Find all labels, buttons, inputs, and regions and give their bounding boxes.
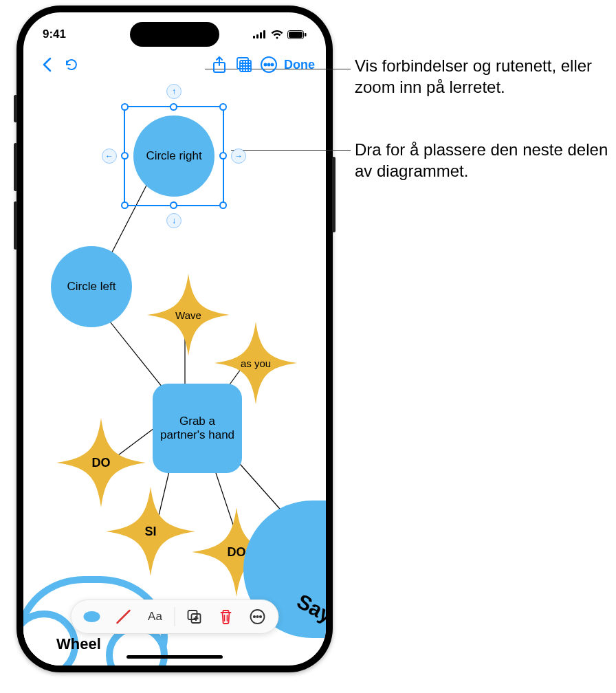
callout-drag: Dra for å plassere den neste delen av di… bbox=[355, 139, 616, 182]
resize-handle-n[interactable] bbox=[170, 103, 177, 111]
resize-handle-sw[interactable] bbox=[121, 201, 129, 209]
undo-button[interactable] bbox=[59, 52, 84, 77]
arrow-up-icon: ↑ bbox=[172, 87, 176, 96]
arrow-left-icon: ← bbox=[105, 152, 113, 160]
wifi-icon bbox=[271, 30, 283, 39]
text-tool[interactable]: Aa bbox=[140, 602, 170, 632]
svg-point-36 bbox=[256, 616, 258, 617]
resize-handle-w[interactable] bbox=[121, 152, 129, 160]
phone-frame: 9:41 bbox=[16, 6, 333, 672]
arrow-right-icon: → bbox=[234, 152, 243, 160]
node-star-asyou[interactable]: as you bbox=[214, 322, 297, 404]
svg-point-18 bbox=[268, 64, 270, 66]
node-label: Wave bbox=[175, 309, 201, 321]
node-circle-left[interactable]: Circle left bbox=[51, 246, 132, 327]
resize-handle-nw[interactable] bbox=[121, 103, 129, 111]
selection-box[interactable]: ↑ ↓ ← → bbox=[124, 106, 224, 206]
resize-handle-se[interactable] bbox=[219, 201, 227, 209]
more-button[interactable] bbox=[256, 52, 281, 77]
svg-rect-5 bbox=[289, 32, 302, 38]
node-label: Grab a partner's hand bbox=[158, 415, 236, 442]
volume-up-button bbox=[14, 143, 17, 191]
svg-point-17 bbox=[265, 64, 267, 66]
svg-rect-3 bbox=[263, 30, 265, 38]
grid-button[interactable] bbox=[232, 52, 256, 77]
battery-icon bbox=[287, 30, 307, 39]
node-label: SI bbox=[144, 525, 156, 539]
add-connector-left[interactable]: ← bbox=[102, 148, 117, 164]
svg-point-37 bbox=[260, 616, 261, 617]
svg-rect-0 bbox=[253, 36, 255, 38]
home-indicator[interactable] bbox=[126, 655, 223, 659]
volume-down-button bbox=[14, 201, 17, 250]
callout-leader bbox=[231, 150, 351, 151]
node-label: as you bbox=[241, 358, 271, 369]
share-button[interactable] bbox=[207, 52, 232, 77]
svg-line-29 bbox=[118, 610, 130, 623]
svg-rect-2 bbox=[260, 32, 262, 38]
dynamic-island bbox=[130, 22, 219, 47]
stroke-tool[interactable] bbox=[109, 602, 139, 632]
done-button[interactable]: Done bbox=[284, 58, 315, 72]
svg-point-28 bbox=[84, 611, 100, 622]
add-connector-down[interactable]: ↓ bbox=[166, 213, 182, 228]
resize-handle-ne[interactable] bbox=[219, 103, 227, 111]
node-label: Circle left bbox=[67, 280, 116, 294]
svg-point-35 bbox=[254, 616, 255, 617]
callout-grid: Vis forbindelser og rutenett, eller zoom… bbox=[355, 55, 616, 98]
resize-handle-e[interactable] bbox=[219, 152, 227, 160]
format-toolbar: Aa bbox=[71, 600, 279, 634]
node-label: DO bbox=[92, 456, 111, 470]
screen: 9:41 bbox=[23, 12, 326, 666]
add-connector-right[interactable]: → bbox=[231, 148, 246, 164]
fill-tool[interactable] bbox=[77, 602, 107, 632]
svg-rect-1 bbox=[256, 34, 258, 38]
add-connector-up[interactable]: ↑ bbox=[166, 84, 182, 99]
side-button bbox=[14, 95, 17, 122]
svg-rect-6 bbox=[305, 33, 307, 36]
node-label: DO bbox=[228, 545, 246, 560]
node-star-si[interactable]: SI bbox=[106, 487, 195, 576]
copy-tool[interactable] bbox=[179, 602, 210, 632]
power-button bbox=[332, 157, 336, 232]
top-toolbar: Done bbox=[23, 50, 326, 80]
more-tool[interactable] bbox=[243, 602, 273, 632]
node-label-wheel: Wheel bbox=[56, 635, 101, 653]
signal-icon bbox=[253, 30, 267, 38]
back-button[interactable] bbox=[34, 52, 59, 77]
status-time: 9:41 bbox=[43, 28, 66, 41]
delete-tool[interactable] bbox=[211, 602, 241, 632]
arrow-down-icon: ↓ bbox=[172, 217, 176, 225]
resize-handle-s[interactable] bbox=[170, 201, 177, 209]
toolbar-divider bbox=[175, 607, 175, 626]
svg-point-19 bbox=[272, 64, 274, 66]
diagram-canvas[interactable]: Circle left Grab a partner's hand Wave a… bbox=[23, 12, 326, 666]
